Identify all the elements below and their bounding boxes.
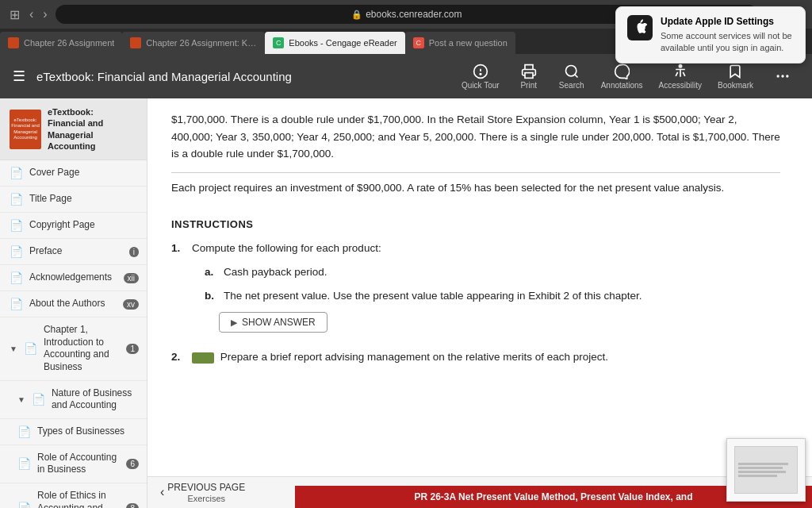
toolbar-right: Quick Tour Print Search [455,60,802,93]
tab2-label: Chapter 26 Assignment: Karla Sandoval [146,38,257,48]
instruction-2-text: Prepare a brief report advising manageme… [220,351,608,363]
sub-a-prefix: a. [205,264,217,281]
bookmark-button[interactable]: Bookmark [711,60,760,93]
chapter1-badge: 1 [126,344,139,354]
sidebar-item-left: 📄 Role of Accounting in Business [17,452,121,476]
annotations-button[interactable]: Annotations [595,60,649,93]
sidebar-item-left: 📄 Title Page [10,193,139,206]
sub-b-text: The net present value. Use the present v… [224,287,642,305]
notification-apple-icon [627,15,653,40]
role-accounting-badge: 6 [126,459,139,469]
instruction-1-num: 1. [171,240,186,341]
sidebar-item-copyright-page[interactable]: 📄 Copyright Page [0,213,147,239]
tab4-label: Post a new question [429,38,508,48]
sidebar-item-nature-business[interactable]: ▼ 📄 Nature of Business and Accounting [0,381,147,419]
svg-point-8 [781,75,783,77]
accessibility-button[interactable]: Accessibility [653,60,708,93]
prev-page-subtitle: Exercises [167,494,245,503]
sidebar-item-preface-label: Preface [29,245,62,258]
sidebar-item-left: 📄 Copyright Page [10,219,139,232]
tab-post-question[interactable]: C Post a new question [405,32,515,54]
notification-text: Update Apple ID Settings Some account se… [661,15,794,55]
pencil-icon [192,352,214,364]
sidebar-item-types-businesses[interactable]: 📄 Types of Businesses [0,419,147,445]
divider [171,172,780,173]
content-paragraph2: Each project requires an investment of $… [171,179,780,197]
content-area[interactable]: $1,700,000. There is a double rule under… [147,98,812,476]
search-button[interactable]: Search [552,60,592,93]
sidebar-item-authors-label: About the Authors [29,298,105,310]
more-options-button[interactable] [763,65,802,87]
ethics-badge: 8 [126,503,139,508]
sidebar-item-copyright-label: Copyright Page [29,219,95,232]
annotations-label: Annotations [601,81,643,90]
sidebar-item-preface[interactable]: 📄 Preface i [0,239,147,265]
sidebar-item-cover-page[interactable]: 📄 Cover Page [0,160,147,187]
expand-btn[interactable]: ⊞ [6,6,23,24]
show-answer-arrow: ▶ [231,318,237,328]
prev-arrow-icon: ‹ [160,485,164,499]
tab2-favicon [130,37,141,48]
sidebar-item-left: 📄 Role of Ethics in Accounting and Busin… [17,490,121,508]
forward-btn[interactable]: › [40,6,50,23]
more-icon [775,68,791,84]
instruction-list: 1. Compute the following for each produc… [171,240,780,365]
sidebar-item-left: 📄 Nature of Business and Accounting [32,387,139,412]
search-icon [564,64,580,79]
sidebar-item-nature-label: Nature of Business and Accounting [52,387,139,412]
svg-rect-3 [525,72,533,78]
sidebar-item-title-label: Title Page [29,193,72,206]
instruction-2-content: Prepare a brief report advising manageme… [192,348,608,366]
sidebar-item-chapter1-label: Chapter 1, Introduction to Accounting an… [44,324,122,373]
sub-a-text: Cash payback period. [224,264,327,281]
doc-icon: 📄 [10,167,23,179]
sub-b-prefix: b. [205,287,217,305]
previous-page-button[interactable]: ‹ PREVIOUS PAGE Exercises [160,482,245,502]
sidebar-item-types-label: Types of Businesses [37,425,124,438]
lock-icon: 🔒 [351,10,362,20]
chapter1-toggle-icon: ▼ [10,344,17,353]
sidebar-item-role-ethics[interactable]: 📄 Role of Ethics in Accounting and Busin… [0,483,147,508]
hamburger-button[interactable]: ☰ [10,64,29,88]
sidebar-item-cover-label: Cover Page [29,167,79,179]
sidebar-item-ack-label: Acknowledgements [29,271,112,284]
sub-instruction-a: a. Cash payback period. [192,264,642,281]
doc-icon: 📄 [10,193,23,206]
instruction-1-content: Compute the following for each product: … [192,240,642,341]
quick-tour-button[interactable]: Quick Tour [455,60,506,93]
sidebar-item-chapter1[interactable]: ▼ 📄 Chapter 1, Introduction to Accountin… [0,318,147,380]
print-button[interactable]: Print [509,60,549,93]
content-inner: $1,700,000. There is a double rule under… [147,98,812,387]
quick-tour-icon [473,64,488,79]
sidebar-item-about-authors[interactable]: 📄 About the Authors xv [0,291,147,318]
sidebar-header: eTextbook:Financial andManagerialAccount… [0,98,147,160]
prev-page-label: PREVIOUS PAGE [167,482,245,493]
doc-icon: 📄 [10,298,23,310]
back-btn[interactable]: ‹ [26,6,36,23]
sidebar-item-role-accounting-label: Role of Accounting in Business [37,452,121,476]
tab-chapter26-karla[interactable]: Chapter 26 Assignment: Karla Sandoval [122,32,265,54]
authors-badge: xv [123,299,139,310]
book-cover: eTextbook:Financial andManagerialAccount… [10,110,41,149]
tab-chapter26-assignment[interactable]: Chapter 26 Assignment [0,32,122,54]
prev-page-text: PREVIOUS PAGE Exercises [167,482,245,502]
svg-point-6 [679,64,681,67]
tab-ebooks-cengage[interactable]: C Ebooks - Cengage eReader [265,32,404,54]
sidebar-item-left: 📄 About the Authors [10,298,118,310]
sidebar-item-acknowledgements[interactable]: 📄 Acknowledgements xii [0,265,147,291]
thumbnail-preview [726,438,806,502]
doc-icon: 📄 [17,457,31,470]
tab1-favicon [8,37,19,48]
svg-point-9 [786,75,788,77]
bookmark-icon [727,64,743,79]
instruction-item-2: 2. Prepare a brief report advising manag… [171,348,780,366]
notification-popup: Update Apple ID Settings Some account se… [615,6,806,64]
sidebar-item-title-page[interactable]: 📄 Title Page [0,187,147,213]
ack-badge: xii [124,273,139,283]
sidebar-item-role-accounting[interactable]: 📄 Role of Accounting in Business 6 [0,445,147,483]
instruction-2-num: 2. [171,348,186,366]
show-answer-button[interactable]: ▶ SHOW ANSWER [219,312,327,333]
content-paragraph1: $1,700,000. There is a double rule under… [171,111,780,163]
svg-point-2 [480,73,481,75]
accessibility-icon [672,64,688,79]
